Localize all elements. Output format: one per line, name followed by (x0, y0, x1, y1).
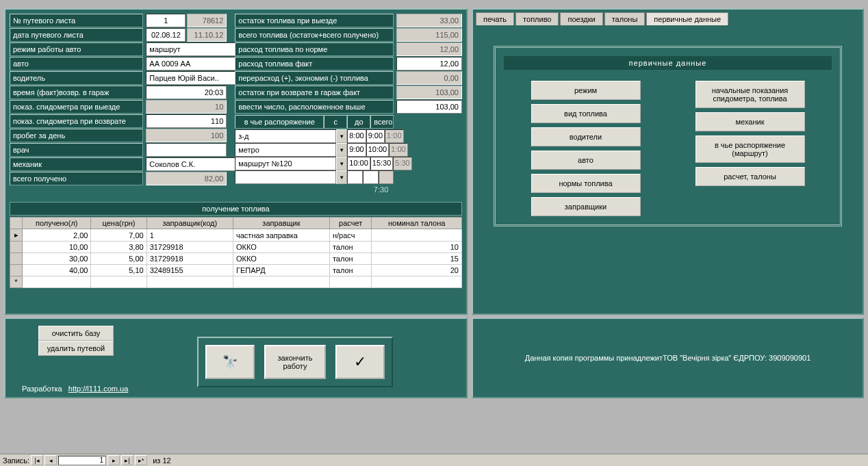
auto-combo[interactable]: ▼ (146, 57, 227, 70)
work-mode-combo[interactable]: ▼ (146, 42, 227, 56)
enter-above-input[interactable]: 103,00 (396, 100, 462, 114)
nav-first-button[interactable]: |◂ (31, 455, 43, 465)
disposition-row[interactable]: ▼ (235, 170, 394, 184)
sheet-date-grey: 11.10.12 (187, 28, 227, 42)
finish-work-button[interactable]: закончить работу (264, 345, 326, 379)
label-enter-above: ввести число, расположенное выше (235, 100, 394, 114)
fuel-row[interactable]: ▸2,007,001частная заправкан/расч (10, 229, 462, 242)
dev-link[interactable]: http://l111.com.ua (68, 385, 128, 393)
fuel-total-val: 115,00 (396, 28, 462, 42)
label-fuel-total: всего топлива (остаток+всего получено) (235, 28, 394, 42)
fuel-return-val: 103,00 (396, 86, 462, 99)
label-day-run: пробег за день (10, 129, 143, 142)
chevron-down-icon[interactable]: ▼ (336, 129, 347, 143)
panel-title: первичные данные (504, 56, 832, 70)
return-time-input[interactable]: 20:03 (146, 86, 227, 99)
disposition-row[interactable]: ▼8:009:001:00 (235, 129, 394, 143)
label-fuel-return: остаток при возврате в гараж факт (235, 86, 394, 99)
label-fuel-out: остаток топлива при выезде (235, 14, 394, 27)
label-odo-out: показ. спидометра при выезде (10, 100, 143, 114)
col-price[interactable]: цена(грн) (91, 218, 146, 229)
col-station-code[interactable]: заправщик(код) (146, 218, 233, 229)
fuel-row[interactable]: 30,005,0031729918ОККОталон15 (10, 253, 462, 265)
sheet-no-grey: 78612 (187, 14, 227, 27)
record-navigator: Запись: |◂ ◂ ▸ ▸| ▸* из 12 (0, 454, 868, 466)
primary-btn[interactable]: водители (531, 127, 641, 146)
primary-btn[interactable]: заправщики (531, 197, 641, 216)
fuel-row[interactable]: 40,005,1032489155ГЕПАРДталон20 (10, 265, 462, 276)
nav-next-button[interactable]: ▸ (107, 455, 120, 465)
disp-col-from: с (324, 115, 347, 129)
tab-primary[interactable]: первичные данные (646, 12, 728, 25)
driver-combo[interactable]: ▼ (146, 71, 227, 85)
col-nominal[interactable]: номинал талона (372, 218, 462, 229)
tab-trips[interactable]: поездки (560, 12, 602, 25)
check-icon: ✓ (354, 353, 366, 371)
primary-btn[interactable]: нормы топлива (531, 174, 641, 193)
label-return-time: время (факт)возвр. в гараж (10, 86, 143, 99)
disposition-row[interactable]: ▼10:0015:305:30 (235, 157, 394, 170)
fuel-table[interactable]: получено(л) цена(грн) заправщик(код) зап… (10, 217, 462, 288)
chevron-down-icon[interactable]: ▼ (336, 143, 347, 157)
primary-btn[interactable]: механик (695, 112, 805, 131)
primary-btn[interactable]: вид топлива (531, 104, 641, 123)
fuel-fact-input[interactable]: 12,00 (396, 57, 462, 70)
disposition-row[interactable]: ▼9:0010:001:00 (235, 143, 394, 157)
nav-new-button[interactable]: ▸* (135, 455, 147, 465)
delete-sheet-button[interactable]: удалить путевой (38, 341, 114, 356)
total-received-val: 82,00 (146, 172, 227, 185)
mechanic-combo[interactable]: ▼ (146, 157, 227, 171)
fuel-norm-val: 12,00 (396, 42, 462, 56)
label-odo-in: показ. спидометра при возврате (10, 114, 143, 128)
primary-btn[interactable]: расчет, талоны (695, 167, 805, 186)
col-calc[interactable]: расчет (329, 218, 371, 229)
disp-col-total: всего (370, 115, 394, 129)
primary-btn[interactable]: авто (531, 151, 641, 170)
sheet-no-input[interactable]: 1 (146, 14, 186, 27)
disp-footer-total: 7:30 (235, 184, 394, 195)
label-sheet-date: дата путевого листа (10, 28, 143, 42)
day-run-val: 100 (146, 129, 227, 142)
label-fuel-fact: расход топлива факт (235, 57, 394, 70)
chevron-down-icon[interactable]: ▼ (336, 157, 347, 170)
label-auto: авто (10, 57, 143, 70)
label-sheet-no: № путевого листа (10, 14, 143, 27)
label-driver: водитель (10, 71, 143, 85)
fuel-section-title: получение топлива (10, 202, 462, 216)
nav-total: из 12 (153, 456, 170, 465)
label-doctor: врач (10, 143, 143, 157)
nav-prev-button[interactable]: ◂ (44, 455, 57, 465)
label-fuel-norm: расход топлива по норме (235, 42, 394, 56)
odo-in-input[interactable]: 110 (146, 114, 227, 128)
disp-col-to: до (347, 115, 370, 129)
confirm-button[interactable]: ✓ (335, 345, 385, 379)
chevron-down-icon[interactable]: ▼ (336, 170, 347, 184)
fuel-row[interactable]: 10,003,8031729918ОККОталон10 (10, 242, 462, 253)
tab-print[interactable]: печать (476, 12, 514, 25)
col-station[interactable]: заправщик (233, 218, 330, 229)
primary-btn[interactable]: начальные показания спидометра, топлива (695, 81, 805, 108)
tab-coupons[interactable]: талоны (604, 12, 646, 25)
clear-db-button[interactable]: очистить базу (38, 326, 114, 341)
binoculars-icon: 🔭 (222, 354, 238, 370)
fuel-new-row[interactable]: * (10, 276, 462, 288)
disp-title: в чье распоряжение (235, 115, 324, 129)
primary-btn[interactable]: в чье распоряжение (маршрут) (695, 135, 805, 163)
nav-current-input[interactable] (58, 456, 106, 465)
nav-last-button[interactable]: ▸| (121, 455, 133, 465)
tab-fuel[interactable]: топливо (515, 12, 559, 25)
nav-label: Запись: (3, 456, 29, 465)
fuel-diff-val: 0,00 (396, 71, 462, 85)
dev-label: Разработка (22, 385, 62, 393)
col-received[interactable]: получено(л) (23, 218, 91, 229)
label-total-received: всего получено (10, 172, 143, 185)
label-fuel-diff: перерасход (+), экономия (-) топлива (235, 71, 394, 85)
label-mechanic: механик (10, 157, 143, 171)
odo-out-val: 10 (146, 100, 227, 114)
fuel-out-val: 33,00 (396, 14, 462, 27)
primary-btn[interactable]: режим (531, 81, 641, 100)
doctor-input[interactable] (146, 143, 227, 157)
binoculars-button[interactable]: 🔭 (205, 345, 255, 379)
sheet-date-input[interactable]: 02.08.12 (146, 28, 186, 42)
label-work-mode: режим работы авто (10, 42, 143, 56)
